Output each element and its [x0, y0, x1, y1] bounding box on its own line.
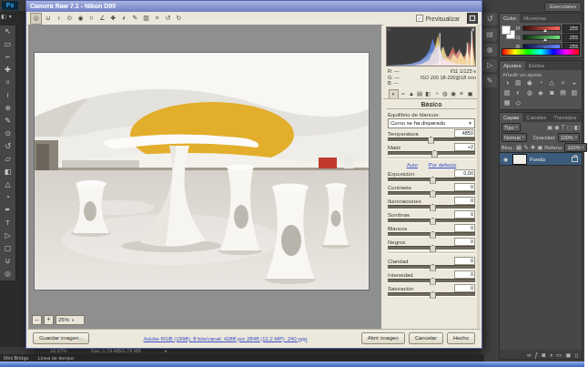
default-link[interactable]: Por defecto — [429, 162, 457, 168]
slider-track[interactable] — [388, 232, 475, 237]
threshold-icon[interactable]: ▨ — [569, 88, 580, 97]
red-eye-icon[interactable]: ◐ — [119, 13, 129, 23]
history-panel-icon[interactable]: ↺ — [482, 13, 497, 25]
slider-thumb[interactable] — [430, 218, 436, 225]
zoom-tool[interactable]: ◎ — [0, 268, 15, 280]
black-white-icon[interactable]: ▧ — [502, 88, 512, 97]
selective-color-icon[interactable]: ◇ — [512, 98, 523, 107]
color-spectrum-ramp[interactable] — [502, 48, 580, 56]
lasso-tool[interactable]: ⌐ — [0, 51, 15, 64]
dodge-tool[interactable]: ◔ — [0, 191, 15, 204]
slider-track[interactable] — [388, 219, 475, 223]
preferences-icon[interactable]: ≡ — [152, 13, 162, 23]
slider-thumb[interactable] — [430, 291, 436, 299]
auto-link[interactable]: Auto — [407, 162, 418, 168]
brightness-contrast-icon[interactable]: ◑ — [502, 78, 512, 87]
hand-tool-icon[interactable]: ∪ — [43, 13, 53, 23]
eyedropper-tool[interactable]: ≀ — [0, 89, 15, 102]
levels-icon[interactable]: ▥ — [512, 78, 523, 87]
history-brush-tool[interactable]: ↺ — [0, 140, 15, 153]
layer-thumbnail[interactable] — [512, 154, 527, 165]
workflow-options-link[interactable]: Adobe RGB (1998); 8 bits/canal; 4288 por… — [93, 336, 357, 342]
posterize-icon[interactable]: ▤ — [557, 88, 568, 97]
tab-detail[interactable]: ▲ — [407, 89, 415, 97]
slider-track[interactable] — [388, 178, 475, 182]
open-image-button[interactable]: Abrir imagen — [361, 332, 405, 344]
targeted-adjustment-icon[interactable]: ◉ — [76, 13, 86, 23]
gradient-tool[interactable]: ◧ — [0, 166, 15, 178]
curves-icon[interactable]: ◉ — [524, 78, 535, 87]
slider-thumb[interactable] — [430, 231, 436, 239]
tab-ajustes[interactable]: Ajustes — [500, 61, 525, 70]
layer-filter-select[interactable]: Tipo▾ — [502, 123, 521, 132]
layer-style-icon[interactable]: ƒ — [535, 351, 539, 359]
color-sampler-icon[interactable]: ⊙ — [65, 13, 75, 23]
color-balance-icon[interactable]: ◒ — [569, 78, 580, 87]
info-panel-icon[interactable]: ◍ — [482, 44, 497, 56]
slider-thumb[interactable] — [430, 177, 436, 184]
brush-tool[interactable]: ✎ — [0, 115, 15, 127]
delete-layer-icon[interactable]: ▯ — [574, 351, 578, 359]
marquee-tool[interactable]: ▭ — [0, 38, 15, 51]
layer-mask-icon[interactable]: ◙ — [542, 351, 545, 359]
color-slider-track[interactable] — [522, 35, 561, 40]
slider-track[interactable] — [388, 265, 475, 270]
lock-position-icon[interactable]: ✚ — [531, 143, 535, 151]
tab-lens-corrections[interactable]: ◔ — [432, 89, 441, 97]
slider-track[interactable] — [388, 246, 475, 250]
slider-thumb[interactable] — [431, 150, 438, 158]
crop-tool-icon[interactable]: ⌗ — [86, 13, 96, 23]
tab-tone-curve[interactable]: ≈ — [399, 89, 407, 97]
preview-checkbox[interactable]: ✓ — [416, 15, 423, 22]
slider-track[interactable] — [388, 151, 475, 156]
foreground-background-swatch[interactable] — [502, 25, 514, 38]
new-adjustment-icon[interactable]: ◑ — [549, 351, 553, 359]
slider-thumb[interactable] — [430, 245, 436, 252]
slider-thumb[interactable] — [430, 278, 436, 285]
settings-scrollbar[interactable] — [477, 25, 480, 329]
slider-track[interactable] — [388, 279, 475, 283]
pen-tool[interactable]: ✒ — [0, 204, 15, 217]
shape-tool[interactable]: ▢ — [0, 242, 15, 255]
blur-tool[interactable]: △ — [0, 178, 15, 191]
foreground-color-swatch[interactable] — [502, 25, 511, 35]
properties-panel-icon[interactable]: ▤ — [482, 28, 497, 41]
filter-adjustment-icon[interactable]: ◉ — [554, 123, 560, 131]
tab-camera-calibration[interactable]: ◉ — [450, 89, 458, 97]
filter-shape-icon[interactable]: ▢ — [567, 123, 573, 131]
vibrance-icon[interactable]: △ — [546, 78, 557, 87]
tab-trazados[interactable]: Trazados — [550, 113, 580, 122]
healing-brush-tool[interactable]: ⊕ — [0, 102, 15, 115]
new-layer-icon[interactable]: ▣ — [565, 351, 571, 359]
options-chevron-icon[interactable]: ▾ — [9, 13, 12, 19]
lock-image-icon[interactable]: ✎ — [523, 143, 528, 151]
save-image-button[interactable]: Guardar imagen... — [33, 332, 89, 344]
filter-type-icon[interactable]: T — [562, 123, 565, 131]
fill-value[interactable]: 100%▾ — [564, 143, 586, 152]
invert-icon[interactable]: ◙ — [546, 88, 557, 97]
white-balance-select[interactable]: Como se ha disparado▼ — [388, 118, 475, 128]
tab-hsl[interactable]: ▤ — [416, 89, 424, 97]
rotate-right-icon[interactable]: ↻ — [174, 13, 184, 23]
link-layers-icon[interactable]: ∞ — [527, 351, 532, 359]
photo-filter-icon[interactable]: ◐ — [512, 88, 523, 97]
slider-track[interactable] — [388, 138, 475, 142]
graduated-filter-icon[interactable]: ▥ — [141, 13, 151, 23]
color-lookup-icon[interactable]: ◈ — [535, 88, 546, 97]
slider-track[interactable] — [388, 205, 475, 209]
lock-transparency-icon[interactable]: ▦ — [516, 143, 522, 151]
tab-muestras[interactable]: Muestras — [520, 14, 550, 23]
zoom-tool-icon[interactable]: ◎ — [30, 13, 42, 25]
tab-presets[interactable]: ≡ — [458, 89, 466, 97]
rotate-left-icon[interactable]: ↺ — [163, 13, 173, 23]
dialog-title-bar[interactable]: Camera Raw 7.1 - Nikon D90 — [26, 1, 482, 12]
histogram[interactable] — [386, 26, 476, 66]
channel-value[interactable]: 255 — [563, 34, 580, 42]
hand-tool[interactable]: ∪ — [0, 255, 15, 268]
type-tool[interactable]: T — [0, 217, 15, 229]
museum-photo[interactable] — [35, 53, 369, 290]
layer-row-background[interactable]: ◉ Fondo — [500, 152, 582, 166]
filter-pixel-icon[interactable]: ▣ — [547, 123, 553, 131]
channel-mixer-icon[interactable]: ◍ — [524, 88, 535, 97]
color-slider-thumb[interactable] — [543, 38, 547, 41]
